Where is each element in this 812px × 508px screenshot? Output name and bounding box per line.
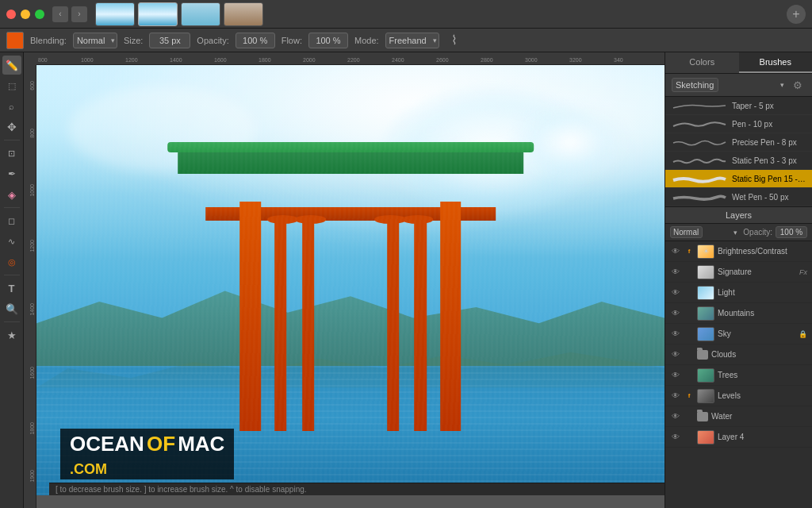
back-arrow[interactable]: ‹: [52, 6, 68, 22]
layer-f-icon-mountains: [684, 309, 694, 318]
favorites-tool[interactable]: ★: [2, 325, 21, 344]
layer-visibility-water[interactable]: 👁: [670, 411, 681, 422]
brushes-header: Sketching ⚙: [665, 74, 812, 97]
layer-item-trees[interactable]: 👁 Trees: [665, 365, 812, 386]
brushes-settings-icon[interactable]: ⚙: [790, 77, 806, 93]
layers-opacity-label: Opacity:: [743, 228, 772, 237]
ruler-left: 600 800 1000 1200 1400 1600 1800 1900: [24, 65, 36, 508]
brush-item-wet-pen[interactable]: Wet Pen - 50 px: [665, 188, 812, 206]
mode-select-wrap: Freehand: [385, 33, 439, 48]
layer-item-signature[interactable]: 👁 Signature Fx: [665, 262, 812, 283]
blending-select[interactable]: Normal: [73, 33, 117, 48]
close-button[interactable]: [6, 10, 16, 19]
thumbnail-2-active[interactable]: [138, 2, 178, 26]
statusbar-text: [ to decrease brush size. ] to increase …: [56, 485, 307, 494]
brush-name-pen: Pen - 10 px: [732, 120, 806, 129]
brushes-category-wrap: Sketching: [672, 78, 787, 92]
painting-canvas[interactable]: OCEAN OF MAC .COM [ to decrease brush si…: [36, 65, 665, 495]
crop-tool[interactable]: ⊡: [2, 144, 21, 163]
opacity-input[interactable]: [236, 33, 275, 48]
layer-item-clouds[interactable]: 👁 Clouds: [665, 344, 812, 365]
layer-visibility-sky[interactable]: 👁: [670, 329, 681, 340]
brush-name-wet-pen: Wet Pen - 50 px: [732, 193, 806, 202]
layer-item-levels[interactable]: 👁 f Levels: [665, 386, 812, 406]
layers-list: 👁 f ☀ Brightness/Contrast 👁 Signature Fx…: [665, 241, 812, 508]
smudge-tool[interactable]: ∿: [2, 232, 21, 251]
layers-blend-select[interactable]: Normal: [670, 226, 703, 238]
lasso-tool[interactable]: ⌕: [2, 97, 21, 116]
painting: OCEAN OF MAC .COM: [36, 65, 665, 495]
layer-visibility-layer4[interactable]: 👁: [670, 432, 681, 443]
selection-tool[interactable]: ⬚: [2, 76, 21, 95]
layer-item-light[interactable]: 👁 Light: [665, 283, 812, 303]
layer-name-signature: Signature: [718, 267, 796, 276]
layer-thumb-levels: [697, 389, 714, 403]
move-tool[interactable]: ✥: [2, 117, 21, 137]
stabilizer-icon[interactable]: ⌇: [446, 32, 463, 49]
tool-separator-2: [4, 207, 20, 208]
thumbnail-1[interactable]: [95, 2, 135, 26]
layer-visibility-trees[interactable]: 👁: [670, 370, 681, 381]
brush-item-pen[interactable]: Pen - 10 px: [665, 115, 812, 133]
layer-visibility-levels[interactable]: 👁: [670, 391, 681, 402]
brush-item-static-big-pen15[interactable]: Static Big Pen 15 - 15 px: [665, 170, 812, 188]
layers-opacity-input[interactable]: [776, 226, 807, 238]
brush-tool[interactable]: ✏️: [2, 56, 21, 75]
zoom-tool[interactable]: 🔍: [2, 299, 21, 318]
minimize-button[interactable]: [21, 10, 30, 19]
layer-visibility-light[interactable]: 👁: [670, 287, 681, 298]
text-tool[interactable]: T: [2, 279, 21, 298]
layer-f-icon-sky: [684, 329, 694, 339]
size-input[interactable]: [149, 33, 190, 48]
layers-blend-wrap: Normal: [670, 226, 740, 238]
tab-colors[interactable]: Colors: [665, 52, 739, 73]
brush-list: Taper - 5 px Pen - 10 px Precise Pen - 8…: [665, 97, 812, 206]
layer-item-mountains[interactable]: 👁 Mountains: [665, 303, 812, 324]
eraser-tool[interactable]: ◻: [2, 211, 21, 230]
layer-visibility-mountains[interactable]: 👁: [670, 308, 681, 319]
paint-bucket[interactable]: ◈: [2, 185, 21, 204]
canvas-area[interactable]: 800 1000 1200 1400 1600 1800 2000 2200 2…: [24, 52, 665, 508]
brush-item-precise-pen[interactable]: Precise Pen - 8 px: [665, 133, 812, 152]
layer-item-water[interactable]: 👁 Water: [665, 406, 812, 427]
ruler-corner: [24, 52, 36, 65]
add-document-button[interactable]: +: [787, 5, 806, 24]
layer-item-sky[interactable]: 👁 Sky 🔒: [665, 324, 812, 344]
brush-name-taper: Taper - 5 px: [732, 102, 806, 110]
brushes-category-select[interactable]: Sketching: [672, 78, 718, 92]
layer-visibility-clouds[interactable]: 👁: [670, 349, 681, 360]
brush-name-static-pen3: Static Pen 3 - 3 px: [732, 156, 806, 165]
brush-name-static-big-pen15: Static Big Pen 15 - 15 px: [732, 175, 806, 183]
toolbar: Blending: Normal Size: Opacity: Flow: Mo…: [0, 29, 812, 52]
tool-separator-4: [4, 321, 20, 322]
flow-input[interactable]: [308, 33, 348, 48]
panel-tabs: Colors Brushes: [665, 52, 812, 74]
layer-visibility-brightness[interactable]: 👁: [670, 246, 681, 257]
traffic-lights: [6, 10, 44, 19]
layer-item-brightness-contrast[interactable]: 👁 f ☀ Brightness/Contrast: [665, 241, 812, 262]
layer-name-brightness: Brightness/Contrast: [718, 247, 807, 256]
layer-name-light: Light: [718, 288, 807, 297]
layer-f-icon-signature: [684, 267, 694, 277]
fullscreen-button[interactable]: [35, 10, 44, 19]
layer-visibility-signature[interactable]: 👁: [670, 267, 681, 278]
layer-thumb-brightness: ☀: [697, 244, 714, 259]
color-swatch[interactable]: [6, 32, 24, 49]
layer-item-layer4[interactable]: 👁 Layer 4: [665, 427, 812, 448]
layer-folder-clouds: [697, 350, 708, 360]
forward-arrow[interactable]: ›: [71, 6, 87, 22]
flow-label: Flow:: [282, 36, 302, 45]
clone-tool[interactable]: ◎: [2, 252, 21, 271]
tab-brushes[interactable]: Brushes: [739, 52, 813, 73]
thumbnail-3[interactable]: [181, 2, 220, 26]
layer-f-icon-light: [684, 288, 694, 298]
layer-lock-sky: 🔒: [799, 330, 807, 338]
blending-select-wrap: Normal: [73, 33, 117, 48]
layer-name-levels: Levels: [718, 391, 807, 400]
pen-tool[interactable]: ✒: [2, 164, 21, 183]
thumbnail-4[interactable]: [224, 2, 263, 26]
mode-select[interactable]: Freehand: [385, 33, 439, 48]
brush-item-taper[interactable]: Taper - 5 px: [665, 97, 812, 115]
brush-item-static-pen3[interactable]: Static Pen 3 - 3 px: [665, 152, 812, 170]
blending-label: Blending:: [30, 36, 67, 45]
